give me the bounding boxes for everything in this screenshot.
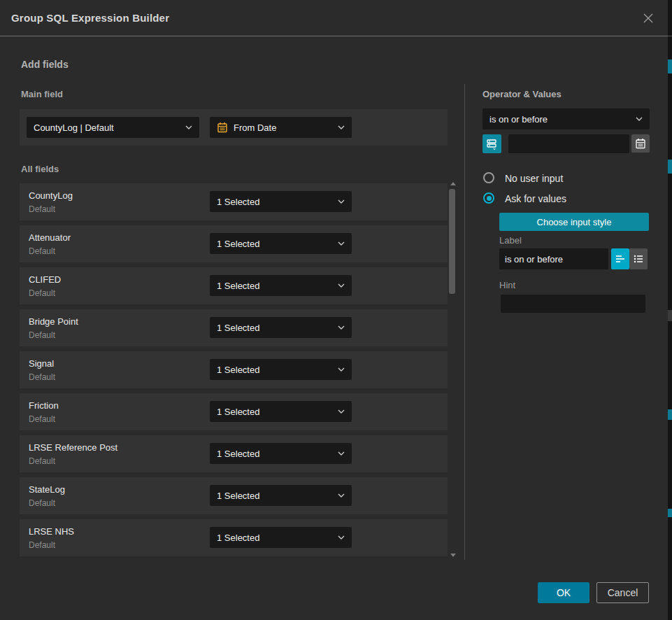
field-row: Attenuator Default 1 Selected	[20, 225, 448, 262]
field-name: Bridge Point	[29, 316, 78, 327]
field-row: Signal Default 1 Selected	[20, 351, 448, 388]
list-style-button[interactable]	[629, 248, 648, 269]
field-name: StateLog	[29, 484, 65, 495]
field-selected-dropdown[interactable]: 1 Selected	[210, 359, 352, 380]
chevron-down-icon	[636, 117, 643, 121]
field-source: Default	[29, 498, 55, 508]
chevron-down-icon	[338, 125, 345, 129]
hint-input[interactable]	[501, 295, 645, 313]
label-label: Label	[499, 235, 522, 246]
calendar-icon	[217, 122, 228, 133]
field-row: Friction Default 1 Selected	[20, 393, 448, 430]
field-source: Default	[29, 372, 55, 382]
field-name: CountyLog	[29, 190, 73, 201]
field-row: CountyLog Default 1 Selected	[20, 183, 448, 220]
chevron-down-icon	[338, 325, 345, 330]
ok-button[interactable]: OK	[538, 582, 589, 603]
field-source: Default	[29, 456, 55, 466]
scrollbar-down-arrow[interactable]	[450, 554, 456, 557]
scrollbar-up-arrow[interactable]	[450, 182, 456, 185]
ask-for-values-radio[interactable]	[483, 192, 494, 204]
operator-select[interactable]: is on or before	[482, 108, 650, 129]
chevron-down-icon	[338, 493, 345, 498]
align-left-style-button[interactable]	[611, 248, 629, 269]
field-source: Default	[29, 330, 55, 340]
chevron-down-icon	[338, 367, 345, 372]
main-field-field-select[interactable]: From Date	[210, 117, 352, 138]
align-left-icon	[615, 253, 626, 265]
field-selected-dropdown[interactable]: 1 Selected	[210, 401, 352, 422]
main-field-layer-select[interactable]: CountyLog | Default	[27, 117, 199, 138]
choose-input-style-button[interactable]: Choose input style	[499, 213, 649, 231]
chevron-down-icon	[338, 451, 345, 456]
operator-select-value: is on or before	[489, 114, 636, 125]
field-name: Friction	[29, 400, 59, 411]
field-selected-value: 1 Selected	[217, 239, 338, 249]
main-field-field-select-value: From Date	[234, 122, 338, 133]
no-user-input-radio[interactable]	[483, 172, 494, 183]
field-selected-dropdown[interactable]: 1 Selected	[210, 233, 352, 254]
group-sql-expression-builder-dialog: Group SQL Expression Builder Add fields …	[0, 0, 668, 620]
no-user-input-label[interactable]: No user input	[505, 173, 563, 184]
field-selected-dropdown[interactable]: 1 Selected	[210, 443, 352, 464]
field-name: Attenuator	[29, 232, 71, 243]
operator-values-heading: Operator & Values	[482, 89, 562, 99]
chevron-down-icon	[338, 283, 345, 288]
field-row: LRSE NHS Default 1 Selected	[20, 519, 448, 556]
chevron-down-icon	[338, 241, 345, 246]
date-picker-button[interactable]	[631, 134, 650, 153]
field-selected-dropdown[interactable]: 1 Selected	[210, 527, 352, 548]
field-row: StateLog Default 1 Selected	[20, 477, 448, 514]
field-source: Default	[29, 288, 55, 298]
field-name: CLIFED	[29, 274, 61, 285]
field-name: LRSE Reference Post	[29, 442, 117, 453]
field-selected-value: 1 Selected	[217, 281, 338, 291]
dialog-title: Group SQL Expression Builder	[11, 12, 169, 24]
main-field-layer-select-value: CountyLog | Default	[34, 122, 185, 133]
bulleted-list-icon	[633, 253, 644, 265]
panel-divider	[464, 84, 465, 560]
chevron-down-icon	[185, 125, 192, 129]
main-field-heading: Main field	[21, 89, 63, 99]
stacked-values-icon	[486, 138, 498, 150]
chevron-down-icon	[338, 409, 345, 414]
field-selected-value: 1 Selected	[217, 491, 338, 501]
field-row: CLIFED Default 1 Selected	[20, 267, 448, 304]
value-date-input[interactable]	[508, 134, 629, 153]
field-selected-value: 1 Selected	[217, 533, 338, 543]
value-source-button[interactable]	[482, 134, 501, 153]
label-input[interactable]	[499, 248, 608, 269]
field-source: Default	[29, 540, 55, 550]
ask-for-values-label[interactable]: Ask for values	[505, 193, 566, 204]
hint-label: Hint	[499, 280, 515, 290]
cancel-button[interactable]: Cancel	[596, 582, 649, 603]
screen: Group SQL Expression Builder Add fields …	[0, 0, 672, 620]
field-selected-value: 1 Selected	[217, 449, 338, 459]
field-row: LRSE Reference Post Default 1 Selected	[20, 435, 448, 472]
field-selected-value: 1 Selected	[217, 365, 338, 375]
field-selected-dropdown[interactable]: 1 Selected	[210, 485, 352, 506]
chevron-down-icon	[338, 535, 345, 540]
field-source: Default	[29, 204, 55, 214]
field-source: Default	[29, 414, 55, 424]
field-name: Signal	[29, 358, 54, 369]
field-selected-dropdown[interactable]: 1 Selected	[210, 191, 352, 212]
calendar-icon	[635, 138, 646, 149]
add-fields-heading: Add fields	[21, 59, 69, 70]
field-source: Default	[29, 246, 55, 256]
scrollbar-thumb[interactable]	[449, 189, 455, 294]
close-button[interactable]	[640, 10, 657, 27]
field-selected-dropdown[interactable]: 1 Selected	[210, 317, 352, 338]
all-fields-heading: All fields	[21, 164, 59, 174]
field-selected-dropdown[interactable]: 1 Selected	[210, 275, 352, 296]
close-icon	[643, 13, 654, 24]
field-selected-value: 1 Selected	[217, 407, 338, 417]
field-name: LRSE NHS	[29, 526, 74, 537]
main-field-panel: CountyLog | Default From Date	[20, 109, 448, 146]
all-fields-list: CountyLog Default 1 Selected Attenuator …	[20, 183, 448, 561]
field-row: Bridge Point Default 1 Selected	[20, 309, 448, 346]
chevron-down-icon	[338, 199, 345, 204]
dialog-titlebar: Group SQL Expression Builder	[0, 0, 668, 36]
background-app-edge	[668, 0, 672, 620]
field-selected-value: 1 Selected	[217, 323, 338, 333]
